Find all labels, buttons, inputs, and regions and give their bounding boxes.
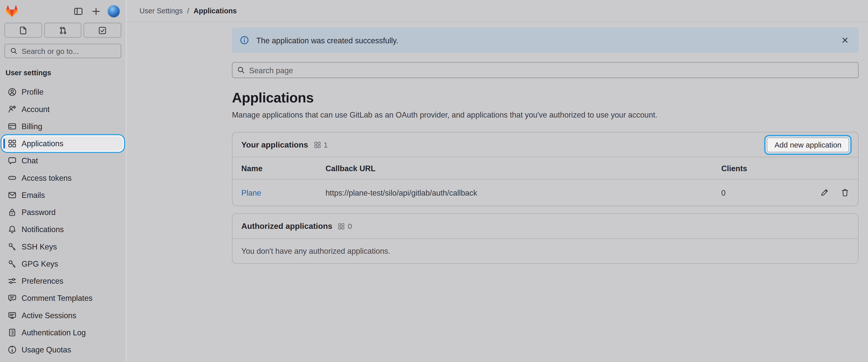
application-callback-url: https://plane-test/silo/api/gitlab/auth/… (326, 188, 721, 197)
page-scale-wrapper: Search or go to... User settings Profile… (0, 0, 868, 362)
sidebar-item-label: Comment Templates (22, 294, 93, 303)
sidebar-item-access-tokens[interactable]: Access tokens (3, 171, 123, 185)
delete-application-button[interactable] (841, 189, 849, 197)
alert-message: The application was created successfully… (256, 36, 398, 45)
column-callback-url: Callback URL (326, 164, 721, 173)
authorized-applications-title: Authorized applications (241, 222, 333, 230)
comment-templates-icon (8, 294, 17, 303)
key-icon (8, 242, 17, 251)
sidebar-item-password[interactable]: Password (3, 205, 123, 220)
sidebar-item-label: Active Sessions (22, 311, 76, 320)
sidebar-item-label: Applications (22, 139, 63, 148)
sidebar-item-label: Account (22, 105, 50, 114)
gitlab-app: Search or go to... User settings Profile… (0, 0, 868, 362)
application-name-link[interactable]: Plane (241, 188, 326, 197)
sidebar-item-label: Usage Quotas (22, 345, 71, 354)
page-search-input[interactable] (232, 62, 859, 78)
authorized-applications-card: Authorized applications 0 You don't have… (232, 214, 859, 264)
sidebar-item-account[interactable]: Account (3, 102, 123, 116)
sidebar-item-billing[interactable]: Billing (3, 119, 123, 133)
applications-grid-icon (314, 141, 321, 148)
edit-application-button[interactable] (820, 189, 829, 197)
sidebar-item-emails[interactable]: Emails (3, 188, 123, 202)
issues-shortcut-button[interactable] (4, 23, 42, 37)
preferences-sliders-icon (8, 277, 17, 285)
sidebar-item-label: Profile (22, 88, 43, 96)
your-applications-card: Your applications 1 Add new application … (232, 132, 859, 206)
sidebar-item-notifications[interactable]: Notifications (3, 222, 123, 236)
user-avatar[interactable] (107, 5, 120, 18)
usage-quotas-gauge-icon (8, 345, 17, 354)
sidebar-item-ssh-keys[interactable]: SSH Keys (3, 240, 123, 254)
account-icon (8, 105, 17, 114)
main-content: User Settings / Applications The applica… (127, 0, 868, 362)
your-applications-title: Your applications (241, 140, 308, 149)
key-icon (8, 259, 17, 268)
sidebar-item-label: Password (22, 208, 56, 217)
create-new-button[interactable] (89, 4, 102, 18)
breadcrumb-separator: / (187, 6, 189, 15)
your-applications-count-group: 1 (314, 140, 328, 149)
profile-icon (8, 88, 17, 96)
sidebar-item-label: Notifications (22, 225, 64, 234)
your-applications-header: Your applications 1 Add new application (232, 132, 858, 157)
pencil-icon (820, 189, 829, 197)
success-alert: The application was created successfully… (232, 28, 859, 53)
alert-dismiss-button[interactable] (839, 34, 851, 47)
sidebar-item-label: Preferences (22, 277, 63, 285)
plus-icon (91, 6, 100, 16)
emails-icon (8, 191, 17, 199)
sidebar-item-chat[interactable]: Chat (3, 154, 123, 168)
breadcrumb-user-settings-link[interactable]: User Settings (140, 6, 183, 15)
applications-grid-icon (338, 223, 345, 230)
sidebar-item-comment-templates[interactable]: Comment Templates (3, 291, 123, 305)
sidebar-item-authentication-log[interactable]: Authentication Log (3, 325, 123, 340)
authentication-log-icon (8, 328, 17, 337)
sidebar-item-preferences[interactable]: Preferences (3, 274, 123, 288)
authorized-applications-count: 0 (348, 222, 352, 230)
sidebar-item-gpg-keys[interactable]: GPG Keys (3, 256, 123, 271)
sidebar-item-applications[interactable]: Applications (3, 136, 123, 151)
notifications-bell-icon (8, 225, 17, 234)
sidebar-item-label: Billing (22, 122, 42, 131)
applications-icon (8, 139, 17, 148)
global-search-button[interactable]: Search or go to... (4, 44, 121, 58)
page-description: Manage applications that can use GitLab … (232, 110, 859, 119)
todo-list-shortcut-button[interactable] (84, 23, 121, 37)
applications-table-header: Name Callback URL Clients (232, 157, 858, 179)
access-tokens-icon (8, 173, 17, 182)
column-name: Name (241, 164, 326, 173)
active-sessions-monitor-icon (8, 311, 17, 320)
chat-icon (8, 156, 17, 165)
sidebar-item-label: SSH Keys (22, 242, 57, 251)
todo-check-icon (98, 26, 107, 34)
gitlab-logo[interactable] (5, 5, 18, 17)
merge-request-icon (58, 26, 67, 34)
sidebar-nav: Profile Account Billing Applications Cha… (0, 85, 126, 357)
page-body: The application was created successfully… (232, 28, 859, 264)
page-title: Applications (232, 90, 859, 106)
password-lock-icon (8, 208, 17, 217)
information-icon (240, 35, 249, 45)
sidebar-item-profile[interactable]: Profile (3, 85, 123, 99)
sidebar-item-label: Authentication Log (22, 328, 86, 337)
breadcrumb-current: Applications (194, 6, 237, 15)
column-clients: Clients (721, 164, 799, 173)
application-actions (799, 189, 849, 197)
page-search (232, 62, 859, 78)
your-applications-count: 1 (323, 140, 328, 149)
sidebar-item-usage-quotas[interactable]: Usage Quotas (3, 343, 123, 357)
sidebar-toggle-button[interactable] (71, 4, 85, 18)
close-icon (841, 36, 849, 44)
sidebar-heading: User settings (5, 69, 120, 77)
global-search-label: Search or go to... (22, 47, 79, 55)
authorized-applications-count-group: 0 (338, 222, 352, 230)
add-new-application-button[interactable]: Add new application (767, 137, 849, 152)
sidebar-item-label: GPG Keys (22, 259, 58, 268)
authorized-applications-empty-message: You don't have any authorized applicatio… (232, 239, 858, 263)
sidebar-item-active-sessions[interactable]: Active Sessions (3, 308, 123, 323)
sidebar-item-label: Access tokens (22, 173, 72, 182)
merge-requests-shortcut-button[interactable] (44, 23, 82, 37)
application-clients-count: 0 (721, 188, 799, 197)
application-row: Plane https://plane-test/silo/api/gitlab… (232, 179, 858, 206)
